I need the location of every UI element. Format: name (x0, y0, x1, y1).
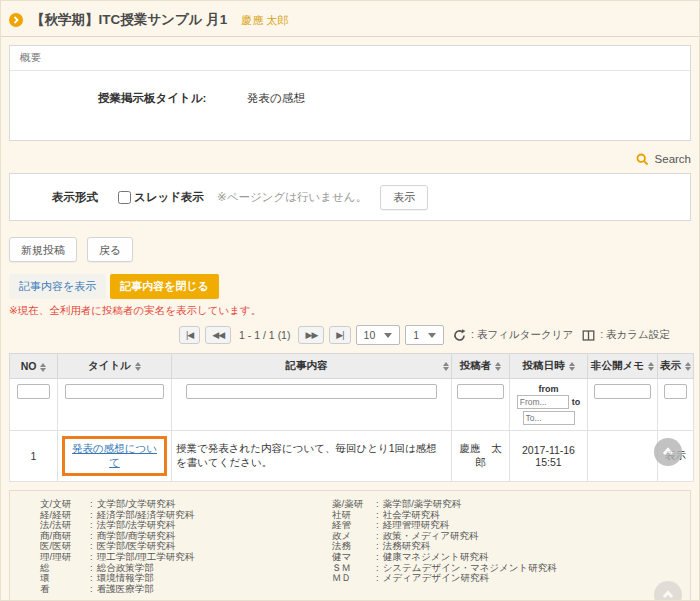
filter-display-input[interactable] (664, 384, 687, 399)
thread-view-label: スレッド表示 (134, 190, 204, 205)
legend-line: ＭＤ:メディアデザイン研究科 (332, 573, 557, 584)
legend-line: 政メ:政策・メディア研究科 (332, 531, 557, 542)
faculty-legend: 文/文研:文学部/文学研究科 経/経研:経済学部/経済学研究科 法/法研:法学部… (9, 490, 691, 601)
page: 【秋学期】ITC授業サンプル 月1 慶應 太郎 概要 授業掲示板タイトル: 発表… (0, 0, 700, 601)
back-button[interactable]: 戻る (87, 237, 133, 262)
filter-content-input[interactable] (186, 384, 437, 399)
row-author: 慶應 太郎 (452, 431, 510, 482)
table-header-row: NO タイトル 記事内容 投稿者 投稿日時 非公開メモ 表示 (10, 354, 694, 379)
article-title-link[interactable]: 発表の感想について (72, 442, 157, 468)
row-date: 2017-11-16 15:51 (510, 431, 588, 482)
filter-date-from-input[interactable] (517, 395, 569, 409)
sort-icon[interactable] (443, 362, 449, 371)
table-row: 1 発表の感想について 授業で発表された内容について、毎回ひとり1回は感想を書い… (10, 431, 694, 482)
page-number-select[interactable]: 1 (405, 325, 444, 345)
row-no: 1 (10, 431, 58, 482)
legend-line: 経/経研:経済学部/経済学研究科 (40, 510, 332, 521)
page-range-text: 1 - 1 / 1 (1) (239, 329, 290, 341)
sort-icon[interactable] (685, 362, 691, 371)
row-title-cell: 発表の感想について (58, 431, 172, 482)
user-name-link[interactable]: 慶應 太郎 (241, 13, 288, 28)
col-header-date[interactable]: 投稿日時 (510, 354, 588, 379)
page-size-value: 10 (364, 329, 376, 341)
sort-icon[interactable] (495, 362, 501, 371)
header-divider (1, 36, 699, 37)
first-page-button[interactable]: |◀ (179, 326, 200, 344)
col-header-memo[interactable]: 非公開メモ (588, 354, 658, 379)
scroll-to-top-button[interactable] (654, 438, 682, 466)
legend-line: 看:看護医療学部 (40, 584, 332, 595)
page-title: 【秋学期】ITC授業サンプル 月1 (31, 11, 227, 29)
next-page-button[interactable]: ▶▶ (298, 326, 324, 344)
new-post-button[interactable]: 新規投稿 (9, 237, 77, 262)
legend-line: 薬/薬研:薬学部/薬学研究科 (332, 499, 557, 510)
legend-line: 法/法研:法学部/法学研究科 (40, 520, 332, 531)
highlight-annotation-box: 発表の感想について (62, 436, 167, 476)
row-memo (588, 431, 658, 482)
table-filter-row: from to (10, 379, 694, 431)
prev-page-button[interactable]: ◀◀ (205, 326, 231, 344)
column-settings-link[interactable]: : 表カラム設定 (600, 328, 670, 342)
tab-show-article-content[interactable]: 記事内容を表示 (9, 274, 106, 299)
legend-line: 環:環境情報学部 (40, 573, 332, 584)
board-title-label: 授業掲示板タイトル: (98, 92, 206, 104)
legend-line: 総:総合政策学部 (40, 563, 332, 574)
pagination-bar: |◀ ◀◀ 1 - 1 / 1 (1) ▶▶ ▶| 10 1 : 表フィルターク… (179, 325, 691, 345)
real-name-notice: ※現在、全利用者に投稿者の実名を表示しています。 (9, 304, 691, 318)
search-icon[interactable] (636, 153, 649, 166)
display-format-box: 表示形式 スレッド表示 ※ページングは行いません。 表示 (9, 173, 691, 221)
board-title-value: 発表の感想 (247, 92, 305, 104)
filter-author-input[interactable] (457, 384, 504, 399)
article-tabs: 記事内容を表示 記事内容を閉じる (9, 274, 691, 299)
col-header-display[interactable]: 表示 (658, 354, 694, 379)
thread-view-checkbox[interactable] (118, 191, 131, 204)
tab-close-article-content[interactable]: 記事内容を閉じる (110, 274, 219, 299)
legend-right-column: 薬/薬研:薬学部/薬学研究科 社研:社会学研究科 経管:経理管理研究科 政メ:政… (332, 499, 557, 594)
filter-clear-link[interactable]: : 表フィルタークリア (471, 328, 573, 342)
col-header-author[interactable]: 投稿者 (452, 354, 510, 379)
top-actions: 新規投稿 戻る (9, 237, 691, 262)
display-button[interactable]: 表示 (380, 185, 428, 210)
last-page-button[interactable]: ▶| (329, 326, 350, 344)
table-columns-icon[interactable] (582, 329, 595, 342)
chevron-down-icon (428, 333, 436, 338)
overview-box-label: 概要 (10, 46, 690, 71)
overview-body: 授業掲示板タイトル: 発表の感想 (10, 71, 690, 140)
search-row: Search (9, 151, 691, 167)
filter-no-input[interactable] (17, 384, 50, 399)
chevron-up-icon (660, 444, 676, 460)
chevron-right-bullet-icon (9, 13, 23, 27)
paging-note: ※ページングは行いません。 (217, 190, 367, 205)
page-number-value: 1 (413, 329, 419, 341)
legend-left-column: 文/文研:文学部/文学研究科 経/経研:経済学部/経済学研究科 法/法研:法学部… (40, 499, 332, 594)
article-table: NO タイトル 記事内容 投稿者 投稿日時 非公開メモ 表示 from to (9, 353, 691, 482)
sort-icon[interactable] (135, 362, 141, 371)
sort-icon[interactable] (569, 362, 575, 371)
filter-title-input[interactable] (65, 384, 163, 399)
chevron-up-icon (660, 587, 676, 601)
display-format-label: 表示形式 (52, 190, 118, 205)
legend-line: 商/商研:商学部/商学研究科 (40, 531, 332, 542)
legend-line: 理/理研:理工学部/理工学研究科 (40, 552, 332, 563)
sort-icon[interactable] (648, 362, 654, 371)
filter-date-to-input[interactable] (523, 411, 575, 425)
filter-date-cell: from to (510, 379, 588, 431)
chevron-down-icon (384, 333, 392, 338)
col-header-title[interactable]: タイトル (58, 354, 172, 379)
date-to-label: to (572, 397, 581, 407)
col-header-no[interactable]: NO (10, 354, 58, 379)
sort-icon[interactable] (40, 363, 46, 372)
filter-memo-input[interactable] (594, 384, 652, 399)
filter-clear-icon[interactable] (453, 329, 466, 342)
date-from-label: from (513, 384, 584, 394)
overview-box: 概要 授業掲示板タイトル: 発表の感想 (9, 45, 691, 141)
search-link[interactable]: Search (655, 153, 691, 165)
page-size-select[interactable]: 10 (356, 325, 401, 345)
page-header: 【秋学期】ITC授業サンプル 月1 慶應 太郎 (9, 1, 691, 30)
scroll-to-top-button-bottom[interactable] (654, 581, 682, 601)
col-header-content[interactable]: 記事内容 (172, 354, 452, 379)
row-content: 授業で発表された内容について、毎回ひとり1回は感想を書いてください。 (172, 431, 452, 482)
